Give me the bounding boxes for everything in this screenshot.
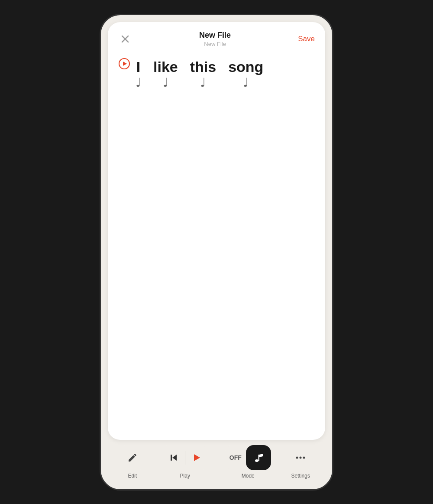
word-block-2: like ♩ (153, 59, 178, 89)
page-title: New File (199, 31, 231, 40)
close-button[interactable] (118, 32, 132, 46)
mode-off-label[interactable]: OFF (225, 445, 246, 470)
music-note-3: ♩ (200, 77, 206, 89)
word-text-2: like (153, 59, 178, 74)
music-mode-button[interactable] (246, 445, 271, 470)
edit-button[interactable] (120, 445, 145, 470)
svg-point-10 (300, 456, 302, 458)
music-note-mode-icon (253, 452, 264, 463)
phone-frame: New File New File Save I ♩ (100, 14, 333, 491)
header-center: New File New File (199, 31, 231, 47)
main-card: New File New File Save I ♩ (108, 22, 325, 440)
word-block-3: this ♩ (190, 59, 216, 89)
pencil-icon (127, 452, 138, 463)
settings-label: Settings (291, 473, 310, 479)
word-text-3: this (190, 59, 216, 74)
skip-back-icon (169, 453, 178, 462)
play-indicator[interactable] (118, 58, 130, 70)
more-icon (295, 456, 306, 459)
settings-button[interactable] (288, 445, 313, 470)
play-group-button[interactable] (162, 445, 208, 470)
play-icon (192, 453, 201, 462)
word-block-1: I ♩ (136, 59, 141, 89)
skip-back-button[interactable] (162, 445, 185, 470)
file-subtitle: New File (204, 41, 226, 47)
card-header: New File New File Save (108, 22, 325, 51)
svg-point-7 (255, 459, 259, 462)
mode-label: Mode (242, 473, 255, 479)
svg-point-9 (296, 456, 298, 458)
word-block-4: song ♩ (228, 59, 263, 89)
mode-btn-row: OFF (225, 445, 271, 470)
play-toolbar-item[interactable]: Play (162, 445, 208, 479)
word-text-4: song (228, 59, 263, 74)
edit-toolbar-item[interactable]: Edit (120, 445, 145, 479)
svg-rect-8 (258, 455, 259, 461)
music-note-4: ♩ (243, 77, 249, 89)
music-note-1: ♩ (136, 77, 141, 89)
word-text-1: I (136, 59, 140, 74)
svg-marker-6 (194, 454, 200, 461)
music-note-2: ♩ (163, 77, 168, 89)
svg-rect-5 (171, 455, 172, 461)
svg-point-11 (303, 456, 305, 458)
bottom-toolbar: Edit Play (108, 440, 325, 482)
edit-label: Edit (128, 473, 137, 479)
play-button[interactable] (185, 445, 208, 470)
play-indicator-icon (118, 58, 130, 70)
settings-toolbar-item[interactable]: Settings (288, 445, 313, 479)
mode-toolbar-item[interactable]: OFF Mode (225, 445, 271, 479)
card-content: I ♩ like ♩ this ♩ song ♩ (108, 51, 325, 440)
close-icon (121, 35, 129, 43)
save-button[interactable]: Save (298, 35, 315, 43)
play-label: Play (180, 473, 190, 479)
lyrics-section: I ♩ like ♩ this ♩ song ♩ (118, 59, 315, 89)
svg-marker-3 (123, 62, 127, 66)
svg-marker-4 (172, 455, 177, 461)
